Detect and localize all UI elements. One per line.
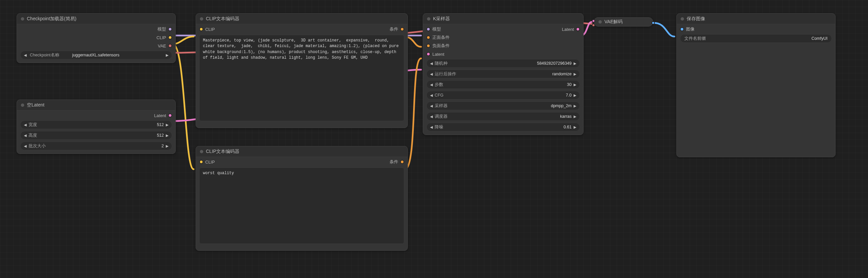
port-dot-icon (199, 27, 203, 31)
port-dot-icon (576, 27, 580, 31)
node-title[interactable]: CLIP文本编码器 (196, 13, 407, 24)
collapse-toggle-icon[interactable] (200, 17, 203, 21)
arrow-right-icon[interactable]: ▶ (572, 93, 578, 97)
arrow-right-icon[interactable]: ▶ (572, 104, 578, 108)
arrow-right-icon[interactable]: ▶ (572, 83, 578, 87)
node-clip-text-encode-positive[interactable]: CLIP文本编码器 CLIP 条件 Masterpiece, top view,… (196, 13, 408, 128)
widget-steps[interactable]: ◀ 步数 30 ▶ (426, 80, 580, 89)
port-label: Latent (154, 113, 166, 118)
node-clip-text-encode-negative[interactable]: CLIP文本编码器 CLIP 条件 worst quality (196, 146, 408, 251)
widget-batch[interactable]: ◀ 批次大小 2 ▶ (20, 142, 172, 150)
arrow-left-icon[interactable]: ◀ (429, 83, 434, 87)
widget-width[interactable]: ◀ 宽度 512 ▶ (20, 120, 172, 129)
collapse-toggle-icon[interactable] (427, 17, 430, 21)
widget-label: 运行后操作 (434, 71, 456, 77)
node-save-image[interactable]: 保存图像 图像 文件名前缀 ComfyUI (676, 13, 836, 157)
port-in-negative[interactable]: 负面条件 (426, 43, 450, 49)
port-out-model[interactable]: 模型 (156, 26, 172, 32)
arrow-left-icon[interactable]: ◀ (429, 104, 434, 108)
port-in-clip[interactable]: CLIP (199, 159, 215, 165)
arrow-left-icon[interactable]: ◀ (23, 144, 28, 148)
collapse-toggle-icon[interactable] (681, 17, 684, 21)
prompt-text-input[interactable]: worst quality (199, 167, 404, 244)
widget-value: karras (560, 114, 572, 119)
arrow-right-icon[interactable]: ▶ (572, 72, 578, 76)
port-in-latent[interactable]: Latent (426, 51, 450, 57)
widget-label: CFG (434, 93, 443, 97)
arrow-right-icon[interactable]: ▶ (164, 123, 170, 127)
node-title[interactable]: 空Latent (17, 100, 176, 111)
node-title[interactable]: 保存图像 (677, 13, 835, 24)
port-out-conditioning[interactable]: 条件 (390, 159, 404, 165)
port-out-latent[interactable]: Latent (154, 113, 172, 118)
node-title[interactable]: K采样器 (423, 13, 583, 24)
widget-value: randomize (552, 72, 572, 76)
arrow-left-icon[interactable]: ◀ (23, 53, 28, 57)
node-title[interactable]: CLIP文本编码器 (196, 146, 407, 157)
port-label: CLIP (156, 35, 166, 40)
prompt-text-input[interactable]: Masterpiece, top view, (jade sculpture, … (199, 35, 404, 121)
arrow-left-icon[interactable]: ◀ (429, 72, 434, 76)
port-in-positive[interactable]: 正面条件 (426, 34, 450, 40)
widget-label: 采样器 (434, 103, 447, 109)
port-dot-icon (168, 114, 172, 118)
arrow-right-icon[interactable]: ▶ (572, 125, 578, 129)
port-in-model[interactable]: 模型 (426, 26, 450, 32)
collapse-toggle-icon[interactable] (598, 20, 602, 24)
arrow-left-icon[interactable]: ◀ (429, 93, 434, 97)
arrow-left-icon[interactable]: ◀ (23, 123, 28, 127)
port-in-clip[interactable]: CLIP (199, 26, 215, 32)
port-in-images[interactable]: 图像 (680, 26, 694, 32)
node-title-text: CLIP文本编码器 (206, 149, 239, 155)
widget-value: 7.0 (566, 93, 572, 97)
widget-seed[interactable]: ◀ 随机种 584928207296349 ▶ (426, 59, 580, 68)
widget-value: ComfyUI (811, 36, 830, 41)
port-dot-icon (426, 44, 430, 48)
port-out-image[interactable] (651, 21, 655, 25)
arrow-right-icon[interactable]: ▶ (572, 115, 578, 119)
arrow-left-icon[interactable]: ◀ (429, 61, 434, 66)
port-dot-icon (168, 27, 172, 31)
port-label: Latent (562, 27, 574, 32)
widget-filename-prefix[interactable]: 文件名前缀 ComfyUI (680, 34, 832, 43)
node-title-text: K采样器 (433, 16, 450, 22)
collapse-toggle-icon[interactable] (200, 150, 203, 153)
widget-value: juggernautXL.safetensors (72, 53, 120, 57)
port-in-vae[interactable] (592, 24, 595, 27)
widget-cfg[interactable]: ◀ CFG 7.0 ▶ (426, 91, 580, 99)
port-out-clip[interactable]: CLIP (156, 34, 172, 40)
collapse-toggle-icon[interactable] (21, 17, 24, 21)
widget-label: 文件名前缀 (682, 36, 706, 41)
port-dot-icon (426, 27, 430, 31)
port-in-samples[interactable] (592, 19, 595, 23)
node-empty-latent[interactable]: 空Latent Latent ◀ 宽度 512 ▶ ◀ 高度 (17, 99, 176, 154)
widget-scheduler[interactable]: ◀ 调度器 karras ▶ (426, 112, 580, 121)
arrow-left-icon[interactable]: ◀ (23, 133, 28, 138)
node-title-text: VAE解码 (604, 19, 623, 25)
arrow-right-icon[interactable]: ▶ (164, 144, 170, 148)
widget-ckpt-name[interactable]: ◀ Checkpoint名称 juggernautXL.safetensors … (20, 51, 172, 59)
port-dot-icon (426, 35, 430, 39)
node-ksampler[interactable]: K采样器 模型 正面条件 负面条件 Latent (423, 13, 584, 135)
widget-sampler-name[interactable]: ◀ 采样器 dpmpp_2m ▶ (426, 101, 580, 110)
port-out-latent[interactable]: Latent (562, 26, 580, 32)
node-vae-decode[interactable]: VAE解码 (593, 17, 653, 27)
port-out-vae[interactable]: VAE (156, 43, 172, 49)
port-out-conditioning[interactable]: 条件 (390, 26, 404, 32)
node-title-text: 保存图像 (687, 16, 705, 22)
widget-height[interactable]: ◀ 高度 512 ▶ (20, 131, 172, 140)
widget-label: 随机种 (434, 61, 447, 66)
port-label: Latent (432, 52, 444, 57)
arrow-right-icon[interactable]: ▶ (164, 133, 170, 138)
node-title-text: 空Latent (27, 102, 44, 108)
collapse-toggle-icon[interactable] (21, 103, 24, 107)
node-checkpoint-loader[interactable]: Checkpoint加载器(简易) 模型 CLIP VAE (17, 13, 176, 63)
widget-control-after-generate[interactable]: ◀ 运行后操作 randomize ▶ (426, 70, 580, 78)
arrow-left-icon[interactable]: ◀ (429, 115, 434, 119)
widget-value: 512 (157, 133, 164, 138)
node-title[interactable]: Checkpoint加载器(简易) (17, 13, 176, 24)
widget-denoise[interactable]: ◀ 降噪 0.61 ▶ (426, 123, 580, 131)
arrow-right-icon[interactable]: ▶ (164, 53, 170, 57)
arrow-left-icon[interactable]: ◀ (429, 125, 434, 129)
arrow-right-icon[interactable]: ▶ (572, 61, 578, 66)
